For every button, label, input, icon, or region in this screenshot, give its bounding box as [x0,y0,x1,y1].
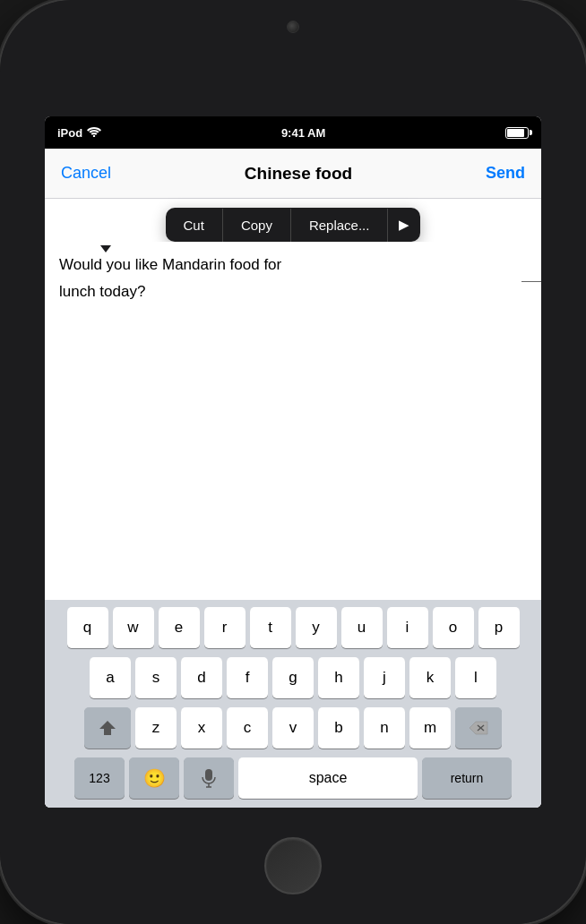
wifi-icon [87,126,101,140]
replace-button[interactable]: Replace... [291,209,389,242]
key-a[interactable]: a [90,657,131,698]
home-button[interactable] [264,837,322,894]
battery-icon [505,127,529,139]
svg-point-0 [93,134,95,136]
key-g[interactable]: g [272,657,314,698]
status-right [505,127,529,139]
keyboard-row-2: a s d f g h j k l [48,657,538,698]
key-q[interactable]: q [67,607,108,648]
key-i[interactable]: i [387,607,428,648]
key-l[interactable]: l [455,657,496,698]
key-w[interactable]: w [113,607,154,648]
device-name-label: iPod [57,126,82,140]
device-top-bar [0,0,586,116]
context-menu-wrapper: Cut Copy Replace... ▶ [45,199,541,242]
status-left: iPod [57,126,101,140]
key-m[interactable]: m [409,707,451,749]
key-e[interactable]: e [159,607,200,648]
keyboard-row-3: z x c v b n m [48,707,538,749]
key-k[interactable]: k [409,657,451,698]
emoji-key[interactable]: 🙂 [129,757,179,799]
selected-word: Mandarin [162,254,226,276]
space-key[interactable]: space [238,757,418,799]
more-button[interactable]: ▶ [388,208,420,242]
key-v[interactable]: v [272,707,314,749]
copy-button[interactable]: Copy [223,209,291,242]
key-d[interactable]: d [181,657,222,698]
key-j[interactable]: j [364,657,405,698]
screen-content: Cancel Chinese food Send Cut Copy Replac… [45,149,541,808]
key-r[interactable]: r [204,607,246,648]
key-u[interactable]: u [341,607,383,648]
keyboard: q w e r t y u i o p a s d f g [45,600,541,808]
shift-key[interactable] [84,707,131,749]
key-o[interactable]: o [433,607,474,648]
key-n[interactable]: n [364,707,405,749]
svg-rect-3 [205,769,212,781]
key-t[interactable]: t [250,607,291,648]
status-bar: iPod 9:41 AM [45,116,541,149]
mic-key[interactable] [184,757,234,799]
annotation-connector: Points de capture [521,263,541,301]
battery-fill [507,129,524,137]
device-bottom [0,808,586,924]
backspace-key[interactable] [455,707,502,749]
keyboard-row-1: q w e r t y u i o p [48,607,538,648]
camera [287,21,299,33]
key-s[interactable]: s [135,657,177,698]
return-key[interactable]: return [422,757,512,799]
key-f[interactable]: f [227,657,268,698]
nav-bar: Cancel Chinese food Send [45,149,541,199]
keyboard-row-4: 123 🙂 space return [48,757,538,799]
cut-button[interactable]: Cut [166,209,223,242]
numbers-key[interactable]: 123 [74,757,125,799]
send-button[interactable]: Send [486,164,525,183]
message-text-line2: lunch today? [59,281,527,303]
key-z[interactable]: z [135,707,177,749]
cancel-button[interactable]: Cancel [61,164,111,183]
time-label: 9:41 AM [281,126,325,140]
message-spacer [59,303,527,374]
message-before: Would you like [59,256,162,273]
key-h[interactable]: h [318,657,359,698]
message-area[interactable]: Would you like Mandarin food for Points … [45,242,541,374]
device-screen: iPod 9:41 AM [45,116,541,808]
device: iPod 9:41 AM [0,0,586,924]
key-c[interactable]: c [227,707,268,749]
context-menu: Cut Copy Replace... ▶ [166,208,421,242]
message-after-inline: food for [226,256,281,273]
key-b[interactable]: b [318,707,359,749]
empty-area [45,374,541,600]
key-y[interactable]: y [296,607,337,648]
key-p[interactable]: p [478,607,520,648]
key-x[interactable]: x [181,707,222,749]
message-text[interactable]: Would you like Mandarin food for Points … [59,254,527,276]
nav-title: Chinese food [245,164,352,184]
